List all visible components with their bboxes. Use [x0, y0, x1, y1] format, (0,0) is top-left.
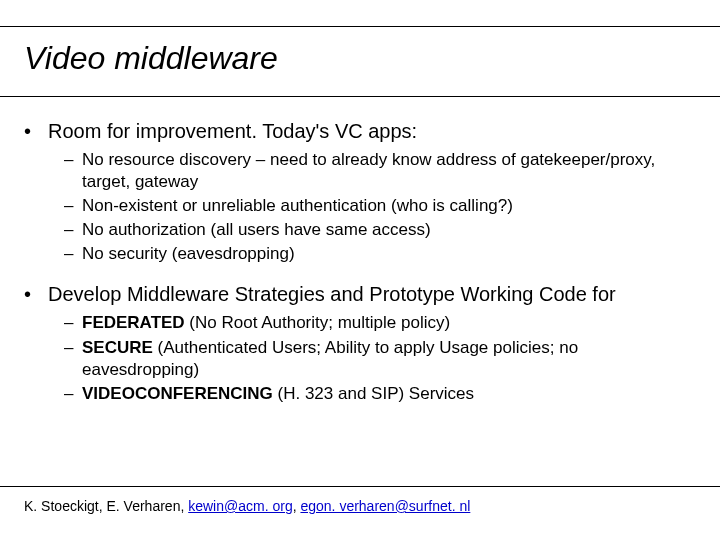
content-area: • Room for improvement. Today's VC apps:…	[24, 120, 696, 423]
dash-icon: –	[64, 149, 82, 193]
sub-bullet: – VIDEOCONFERENCING (H. 323 and SIP) Ser…	[64, 383, 696, 405]
footer-names: K. Stoeckigt, E. Verharen,	[24, 498, 188, 514]
footer-email-1[interactable]: kewin@acm. org	[188, 498, 292, 514]
sub-bullet: – SECURE (Authenticated Users; Ability t…	[64, 337, 696, 381]
bullet-1: • Room for improvement. Today's VC apps:	[24, 120, 696, 143]
bullet-dot: •	[24, 120, 48, 143]
sub-text: No resource discovery – need to already …	[82, 149, 696, 193]
sub-text: SECURE (Authenticated Users; Ability to …	[82, 337, 696, 381]
sub-text: Non-existent or unreliable authenticatio…	[82, 195, 696, 217]
sub-text: No security (eavesdropping)	[82, 243, 696, 265]
dash-icon: –	[64, 383, 82, 405]
sub-bullet: – No resource discovery – need to alread…	[64, 149, 696, 193]
sub-text: VIDEOCONFERENCING (H. 323 and SIP) Servi…	[82, 383, 696, 405]
bullet-dot: •	[24, 283, 48, 306]
bullet-2: • Develop Middleware Strategies and Prot…	[24, 283, 696, 306]
sub-bullet: – No security (eavesdropping)	[64, 243, 696, 265]
bullet-text: Room for improvement. Today's VC apps:	[48, 120, 696, 143]
dash-icon: –	[64, 337, 82, 381]
footer: K. Stoeckigt, E. Verharen, kewin@acm. or…	[24, 498, 470, 514]
rule-bottom	[0, 486, 720, 487]
footer-email-2[interactable]: egon. verharen@surfnet. nl	[300, 498, 470, 514]
sublist-1: – No resource discovery – need to alread…	[64, 149, 696, 265]
rule-top	[0, 26, 720, 27]
page-title: Video middleware	[24, 40, 278, 77]
sub-bullet: – Non-existent or unreliable authenticat…	[64, 195, 696, 217]
dash-icon: –	[64, 312, 82, 334]
sub-bullet: – FEDERATED (No Root Authority; multiple…	[64, 312, 696, 334]
sublist-2: – FEDERATED (No Root Authority; multiple…	[64, 312, 696, 404]
sub-text: FEDERATED (No Root Authority; multiple p…	[82, 312, 696, 334]
sub-bullet: – No authorization (all users have same …	[64, 219, 696, 241]
dash-icon: –	[64, 219, 82, 241]
dash-icon: –	[64, 195, 82, 217]
rule-under-title	[0, 96, 720, 97]
bullet-text: Develop Middleware Strategies and Protot…	[48, 283, 696, 306]
dash-icon: –	[64, 243, 82, 265]
sub-text: No authorization (all users have same ac…	[82, 219, 696, 241]
